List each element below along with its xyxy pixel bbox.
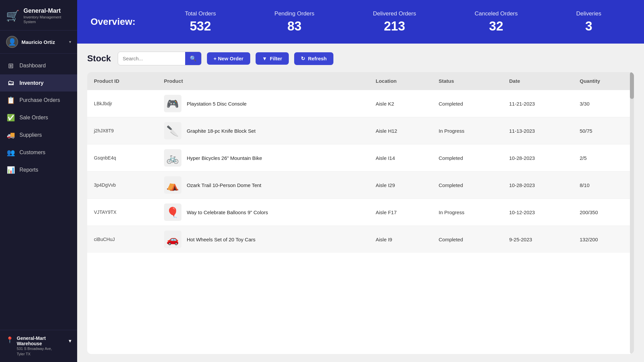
sidebar-item-label: Suppliers — [19, 132, 42, 138]
col-status: Status — [432, 72, 502, 90]
sidebar-item-inventory[interactable]: 🗂 Inventory — [0, 74, 77, 92]
logo-text: General-Mart Inventory ManagementSystem — [23, 7, 61, 24]
sidebar-item-label: Customers — [19, 149, 45, 156]
table-body: LBkJbdjr 🎮 Playstation 5 Disc Console Ai… — [87, 90, 634, 253]
stat-title: Delivered Orders — [373, 10, 416, 17]
cell-product: 🚲 Hyper Bicycles 26" Mountain Bike — [157, 144, 369, 172]
scrollbar-thumb[interactable] — [630, 72, 634, 99]
location-info: General-Mart Warehouse ▾ 531 S Broadway … — [17, 336, 71, 357]
cell-status: In Progress — [432, 199, 502, 226]
product-thumbnail: 🎈 — [164, 203, 181, 221]
search-input[interactable] — [118, 52, 185, 65]
col-quantity: Quantity — [573, 72, 634, 90]
cell-product: 🎈 Way to Celebrate Balloons 9" Colors — [157, 199, 369, 226]
sidebar-item-label: Reports — [19, 167, 38, 173]
cell-product-id: VJTAY9TX — [87, 199, 157, 226]
chevron-down-icon: ▾ — [69, 40, 71, 44]
col-location: Location — [369, 72, 432, 90]
cell-date: 10-28-2023 — [502, 144, 573, 172]
user-menu[interactable]: 👤 Mauricio Ortiz ▾ — [0, 31, 77, 54]
dashboard-icon: ⊞ — [7, 62, 15, 70]
chevron-down-icon: ▾ — [69, 338, 71, 344]
sidebar-item-suppliers[interactable]: 🚚 Suppliers — [0, 126, 77, 144]
table-row[interactable]: VJTAY9TX 🎈 Way to Celebrate Balloons 9" … — [87, 199, 634, 226]
stat-value: 3 — [576, 19, 601, 34]
stat-canceled-orders: Canceled Orders 32 — [475, 10, 518, 34]
overview-stats: Total Orders 532 Pending Orders 83 Deliv… — [156, 10, 631, 34]
cell-status: Completed — [432, 144, 502, 172]
table-row[interactable]: GsqnbE4q 🚲 Hyper Bicycles 26" Mountain B… — [87, 144, 634, 172]
reports-icon: 📊 — [7, 166, 15, 174]
stat-value: 532 — [185, 19, 216, 34]
overview-banner: Overview: Total Orders 532 Pending Order… — [77, 0, 644, 44]
cell-date: 11-13-2023 — [502, 117, 573, 144]
search-bar: 🔍 — [118, 52, 202, 65]
table-row[interactable]: ciBuCHuJ 🚗 Hot Wheels Set of 20 Toy Cars… — [87, 226, 634, 253]
cell-product: 🔪 Graphite 18-pc Knife Block Set — [157, 117, 369, 144]
logo-icon: 🛒 — [6, 9, 19, 22]
sidebar-item-customers[interactable]: 👥 Customers — [0, 144, 77, 161]
search-button[interactable]: 🔍 — [185, 52, 201, 65]
main-content: Overview: Total Orders 532 Pending Order… — [77, 0, 644, 362]
filter-icon: ▼ — [262, 56, 267, 61]
product-thumbnail: 🔪 — [164, 122, 181, 139]
store-location[interactable]: 📍 General-Mart Warehouse ▾ 531 S Broadwa… — [0, 330, 77, 362]
cell-product-id: GsqnbE4q — [87, 144, 157, 172]
stat-title: Deliveries — [576, 10, 601, 17]
product-name: Way to Celebrate Balloons 9" Colors — [187, 209, 268, 215]
stat-title: Pending Orders — [274, 10, 314, 17]
app-title: General-Mart — [23, 7, 61, 15]
table-row[interactable]: 3p4DgVvb ⛺ Ozark Trail 10-Person Dome Te… — [87, 172, 634, 199]
new-order-button[interactable]: + New Order — [207, 52, 250, 65]
cell-quantity: 132/200 — [573, 226, 634, 253]
table-row[interactable]: LBkJbdjr 🎮 Playstation 5 Disc Console Ai… — [87, 90, 634, 117]
scrollbar-track[interactable] — [630, 72, 634, 354]
cell-product: 🚗 Hot Wheels Set of 20 Toy Cars — [157, 226, 369, 253]
customers-icon: 👥 — [7, 148, 15, 157]
cell-date: 9-25-2023 — [502, 226, 573, 253]
stock-table-wrapper: Product ID Product Location Status Date … — [87, 72, 634, 354]
cell-status: In Progress — [432, 117, 502, 144]
cell-location: Aisle I29 — [369, 172, 432, 199]
product-name: Playstation 5 Disc Console — [187, 101, 247, 107]
store-name: General-Mart Warehouse ▾ — [17, 336, 71, 346]
cell-location: Aisle I14 — [369, 144, 432, 172]
location-icon: 📍 — [6, 336, 13, 344]
user-name: Mauricio Ortiz — [21, 39, 66, 45]
stat-title: Canceled Orders — [475, 10, 518, 17]
stat-total-orders: Total Orders 532 — [185, 10, 216, 34]
cell-quantity: 50/75 — [573, 117, 634, 144]
filter-button[interactable]: ▼ Filter — [256, 52, 289, 65]
col-product-id: Product ID — [87, 72, 157, 90]
product-name: Hyper Bicycles 26" Mountain Bike — [187, 155, 262, 161]
stat-pending-orders: Pending Orders 83 — [274, 10, 314, 34]
sidebar-item-label: Dashboard — [19, 63, 46, 69]
sidebar-item-purchase-orders[interactable]: 📋 Purchase Orders — [0, 92, 77, 109]
sidebar-item-label: Inventory — [19, 80, 44, 86]
sidebar-nav: ⊞ Dashboard 🗂 Inventory 📋 Purchase Order… — [0, 54, 77, 330]
product-thumbnail: 🚲 — [164, 149, 181, 167]
cell-location: Aisle F17 — [369, 199, 432, 226]
col-product: Product — [157, 72, 369, 90]
suppliers-icon: 🚚 — [7, 131, 15, 139]
refresh-icon: ↻ — [301, 56, 305, 62]
product-thumbnail: ⛺ — [164, 176, 181, 194]
overview-label: Overview: — [91, 16, 136, 27]
cell-status: Completed — [432, 226, 502, 253]
cell-product-id: ciBuCHuJ — [87, 226, 157, 253]
sidebar-item-dashboard[interactable]: ⊞ Dashboard — [0, 57, 77, 74]
stock-table: Product ID Product Location Status Date … — [87, 72, 634, 253]
cell-product-id: 3p4DgVvb — [87, 172, 157, 199]
refresh-button[interactable]: ↻ Refresh — [294, 52, 333, 65]
sidebar-item-sale-orders[interactable]: ✅ Sale Orders — [0, 109, 77, 126]
product-thumbnail: 🎮 — [164, 95, 181, 112]
col-date: Date — [502, 72, 573, 90]
stock-header: Stock 🔍 + New Order ▼ Filter ↻ Refresh — [87, 52, 634, 65]
table-row[interactable]: j2hJX8T9 🔪 Graphite 18-pc Knife Block Se… — [87, 117, 634, 144]
sidebar-item-reports[interactable]: 📊 Reports — [0, 161, 77, 179]
stock-title: Stock — [87, 53, 111, 64]
cell-status: Completed — [432, 90, 502, 117]
cell-date: 11-21-2023 — [502, 90, 573, 117]
cell-product: 🎮 Playstation 5 Disc Console — [157, 90, 369, 117]
store-address: 531 S Broadway Ave,Tyler TX — [17, 346, 71, 357]
